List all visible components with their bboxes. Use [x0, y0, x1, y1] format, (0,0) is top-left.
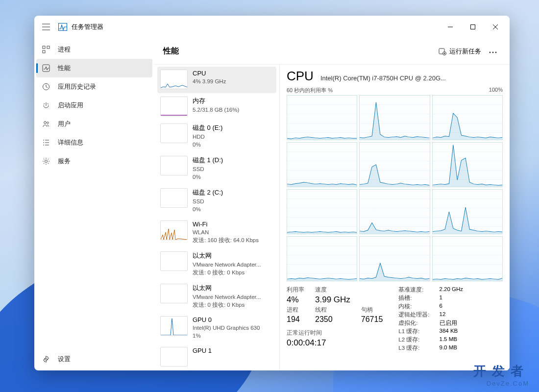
close-icon [493, 24, 498, 29]
nav-label: 详细信息 [58, 138, 83, 147]
perf-thumb [160, 188, 188, 208]
chart-caption-left: 60 秒内的利用率 % [287, 87, 333, 94]
sidebar: 进程 性能 应用历史记录 启动应用 用户 详细信息 [34, 38, 154, 370]
perf-item-name: 以太网 [193, 251, 273, 260]
cpu-core-chart-10 [359, 236, 430, 281]
nav-startup[interactable]: 启动应用 [36, 96, 152, 115]
stat-label-util: 利用率 [287, 286, 304, 294]
nav-label: 设置 [58, 355, 71, 364]
perf-item-0[interactable]: CPU 4% 3.99 GHz [157, 67, 276, 93]
more-button[interactable] [485, 45, 501, 57]
nav-settings[interactable]: 设置 [36, 350, 152, 368]
hamburger-button[interactable] [37, 18, 55, 36]
stat-value: 1.5 MB [440, 336, 464, 343]
stat-value-blank [361, 295, 383, 305]
nav-label: 性能 [58, 64, 71, 73]
stat-key: L3 缓存: [398, 344, 429, 352]
svg-rect-2 [43, 46, 45, 49]
history-icon [41, 82, 51, 92]
gear-icon [41, 156, 51, 166]
users-icon [41, 119, 51, 129]
perf-item-sub1: VMware Network Adapter... [193, 261, 273, 269]
svg-rect-1 [471, 25, 475, 29]
svg-point-9 [45, 160, 48, 163]
cpu-core-chart-1 [359, 95, 430, 140]
stat-key: 虚拟化: [398, 319, 429, 327]
perf-item-name: 内存 [193, 97, 273, 105]
perf-item-name: Wi-Fi [193, 220, 273, 228]
stat-key: 插槽: [398, 294, 429, 302]
nav-services[interactable]: 服务 [36, 152, 152, 171]
maximize-button[interactable] [462, 19, 484, 35]
stat-key: 基准速度: [398, 286, 429, 294]
close-button[interactable] [484, 19, 507, 35]
titlebar: 任务管理器 [34, 16, 510, 38]
performance-icon [41, 63, 51, 73]
stat-value-processes: 194 [287, 315, 304, 324]
perf-item-9[interactable]: GPU 1 [157, 344, 276, 370]
task-manager-window: 任务管理器 进程 性能 应用历史记录 启动应用 [34, 16, 510, 370]
svg-rect-3 [47, 46, 49, 49]
cpu-core-chart-3 [287, 142, 357, 187]
perf-item-sub1: 5.2/31.8 GB (16%) [193, 106, 273, 114]
nav-users[interactable]: 用户 [36, 115, 152, 133]
nav-app-history[interactable]: 应用历史记录 [36, 77, 152, 96]
cpu-core-chart-0 [287, 95, 357, 140]
perf-item-sub2: 发送: 0 接收: 0 Kbps [193, 301, 273, 309]
perf-item-name: 磁盘 2 (C:) [193, 188, 273, 197]
detail-title: CPU [287, 69, 314, 84]
run-task-icon [439, 48, 446, 55]
cpu-core-chart-5 [432, 142, 503, 187]
nav-label: 服务 [58, 157, 71, 166]
perf-item-6[interactable]: 以太网 VMware Network Adapter... 发送: 0 接收: … [157, 248, 276, 280]
perf-thumb [160, 316, 188, 336]
perf-item-4[interactable]: 磁盘 2 (C:) SSD 0% [157, 185, 276, 217]
nav-details[interactable]: 详细信息 [36, 133, 152, 152]
stat-value: 9.0 MB [440, 344, 464, 352]
page-title: 性能 [163, 46, 179, 56]
cpu-core-chart-4 [359, 142, 430, 187]
stat-value-util: 4% [287, 295, 304, 305]
stat-label-threads: 线程 [315, 306, 350, 314]
minimize-icon [448, 24, 453, 29]
perf-item-2[interactable]: 磁盘 0 (E:) HDD 0% [157, 121, 276, 152]
performance-list[interactable]: CPU 4% 3.99 GHz 内存 5.2/31.8 GB (16%) 磁盘 … [154, 65, 279, 370]
perf-item-1[interactable]: 内存 5.2/31.8 GB (16%) [157, 94, 276, 120]
perf-item-sub2: 0% [193, 206, 273, 214]
perf-item-sub2: 发送: 0 接收: 0 Kbps [193, 269, 273, 277]
nav-label: 进程 [58, 45, 71, 54]
perf-thumb [160, 220, 188, 240]
minimize-button[interactable] [439, 19, 462, 35]
perf-thumb [160, 97, 188, 116]
cpu-chart-grid [287, 95, 503, 281]
perf-item-5[interactable]: Wi-Fi WLAN 发送: 160 接收: 64.0 Kbps [157, 218, 276, 248]
run-new-task-button[interactable]: 运行新任务 [435, 45, 485, 58]
hamburger-icon [42, 24, 50, 30]
svg-point-8 [47, 122, 49, 124]
list-icon [41, 138, 51, 147]
perf-thumb [160, 284, 188, 303]
perf-item-name: 磁盘 1 (D:) [193, 156, 273, 165]
svg-point-13 [490, 52, 491, 53]
perf-item-8[interactable]: GPU 0 Intel(R) UHD Graphics 630 1% [157, 313, 276, 343]
app-icon [58, 22, 68, 32]
perf-item-7[interactable]: 以太网 VMware Network Adapter... 发送: 0 接收: … [157, 281, 276, 313]
cpu-core-chart-8 [432, 189, 503, 234]
perf-item-sub1: WLAN [193, 229, 273, 237]
stat-key: L1 缓存: [398, 328, 429, 335]
stat-value: 1 [440, 294, 464, 302]
stat-value: 已启用 [440, 319, 464, 327]
uptime-value: 0:00:04:17 [287, 338, 383, 348]
nav-processes[interactable]: 进程 [36, 40, 152, 59]
perf-item-sub2: 0% [193, 173, 273, 181]
perf-item-sub2: 0% [193, 141, 273, 149]
perf-item-name: CPU [193, 70, 273, 77]
stat-label-blank [361, 286, 383, 294]
maximize-icon [470, 24, 475, 29]
nav-performance[interactable]: 性能 [36, 59, 152, 77]
stat-value: 2.20 GHz [440, 286, 464, 294]
perf-item-name: 磁盘 0 (E:) [193, 123, 273, 132]
startup-icon [41, 100, 51, 110]
perf-item-3[interactable]: 磁盘 1 (D:) SSD 0% [157, 153, 276, 185]
perf-thumb [160, 347, 188, 367]
